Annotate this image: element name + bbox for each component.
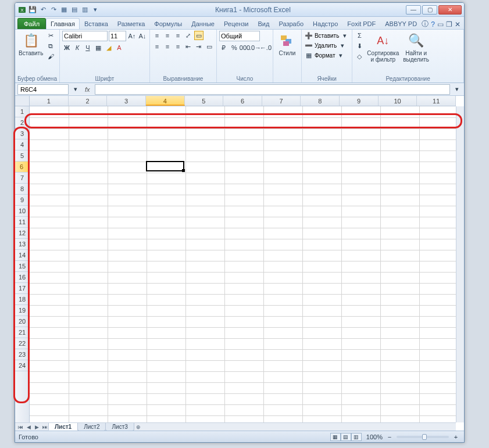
border-icon[interactable]: ▦ bbox=[94, 43, 103, 52]
ribbon-tab[interactable]: Вставка bbox=[80, 18, 113, 29]
decrease-decimal-icon[interactable]: ←.0 bbox=[261, 43, 270, 52]
zoom-level[interactable]: 100% bbox=[366, 433, 383, 440]
align-middle-icon[interactable]: ≡ bbox=[163, 31, 172, 40]
column-header[interactable]: 9 bbox=[340, 96, 379, 106]
row-header[interactable]: 11 bbox=[15, 217, 29, 228]
doc-close-icon[interactable]: ✕ bbox=[455, 20, 461, 28]
row-header[interactable]: 13 bbox=[15, 239, 29, 250]
row-header[interactable]: 21 bbox=[15, 327, 29, 338]
ribbon-tab[interactable]: Главная bbox=[46, 18, 80, 29]
column-header[interactable]: 1 bbox=[30, 96, 69, 106]
font-name-combo[interactable] bbox=[62, 31, 108, 41]
underline-icon[interactable]: Ч bbox=[83, 43, 92, 52]
row-header[interactable]: 20 bbox=[15, 316, 29, 327]
row-header[interactable]: 12 bbox=[15, 228, 29, 239]
decrease-font-icon[interactable]: A↓ bbox=[138, 31, 147, 41]
row-header[interactable]: 22 bbox=[15, 338, 29, 349]
minimize-button[interactable]: — bbox=[406, 5, 421, 15]
column-header[interactable]: 7 bbox=[262, 96, 301, 106]
row-header[interactable]: 7 bbox=[15, 173, 29, 184]
ribbon-tab[interactable]: Разрабо bbox=[274, 18, 308, 29]
row-header[interactable]: 3 bbox=[15, 128, 29, 139]
file-tab[interactable]: Файл bbox=[17, 18, 46, 29]
styles-button[interactable]: Стили bbox=[276, 31, 299, 58]
row-header[interactable]: 6 bbox=[15, 162, 29, 173]
row-header[interactable]: 5 bbox=[15, 150, 29, 162]
zoom-in-icon[interactable]: + bbox=[451, 432, 461, 442]
format-cells-button[interactable]: ▦Формат▾ bbox=[304, 51, 346, 60]
sheet-tab[interactable]: Лист1 bbox=[48, 423, 78, 431]
qat-icon[interactable]: ▤ bbox=[70, 5, 79, 15]
percent-icon[interactable]: % bbox=[230, 43, 239, 52]
row-header[interactable]: 1 bbox=[15, 106, 29, 117]
ribbon-tab[interactable]: Рецензи bbox=[219, 18, 254, 29]
row-header[interactable]: 16 bbox=[15, 272, 29, 283]
sort-filter-button[interactable]: A↓ Сортировка и фильтр bbox=[366, 31, 400, 64]
merge-icon[interactable]: ▭ bbox=[205, 42, 214, 51]
indent-increase-icon[interactable]: ⇥ bbox=[194, 42, 204, 51]
row-header[interactable]: 4 bbox=[15, 139, 29, 150]
italic-icon[interactable]: К bbox=[73, 43, 82, 52]
ribbon-tab[interactable]: ABBYY PD bbox=[380, 18, 422, 29]
orientation-icon[interactable]: ⤢ bbox=[184, 31, 193, 40]
redo-icon[interactable]: ↷ bbox=[49, 5, 58, 15]
namebox-dropdown-icon[interactable]: ▾ bbox=[71, 85, 80, 94]
row-header[interactable]: 23 bbox=[15, 349, 29, 360]
cell-grid[interactable] bbox=[30, 106, 456, 422]
row-header[interactable]: 10 bbox=[15, 206, 29, 217]
align-left-icon[interactable]: ≡ bbox=[152, 42, 162, 51]
align-top-icon[interactable]: ≡ bbox=[152, 31, 162, 40]
zoom-out-icon[interactable]: − bbox=[385, 432, 394, 442]
row-header[interactable]: 17 bbox=[15, 283, 29, 294]
format-painter-icon[interactable]: 🖌 bbox=[46, 52, 55, 61]
column-header[interactable]: 11 bbox=[417, 96, 456, 106]
formula-expand-icon[interactable]: ▾ bbox=[452, 85, 462, 94]
name-box[interactable]: R6C4 bbox=[17, 84, 69, 95]
row-header[interactable]: 9 bbox=[15, 195, 29, 206]
indent-decrease-icon[interactable]: ⇤ bbox=[184, 42, 193, 51]
new-sheet-icon[interactable]: ⊕ bbox=[134, 423, 142, 431]
ribbon-tab[interactable]: Надстро bbox=[308, 18, 342, 29]
help-icon[interactable]: ? bbox=[431, 20, 435, 28]
insert-cells-button[interactable]: ➕Вставить▾ bbox=[304, 31, 349, 40]
zoom-slider[interactable] bbox=[397, 436, 449, 438]
comma-icon[interactable]: 000 bbox=[240, 43, 249, 52]
clear-icon[interactable]: ◇ bbox=[355, 52, 364, 61]
column-header[interactable]: 4 bbox=[146, 96, 185, 106]
ribbon-tab[interactable]: Разметка bbox=[113, 18, 150, 29]
cut-icon[interactable]: ✂ bbox=[46, 31, 55, 40]
row-header[interactable]: 2 bbox=[15, 117, 29, 128]
column-header[interactable]: 10 bbox=[379, 96, 417, 106]
copy-icon[interactable]: ⧉ bbox=[46, 41, 55, 51]
column-header[interactable]: 6 bbox=[223, 96, 262, 106]
tab-nav-last-icon[interactable]: ⏭ bbox=[41, 423, 49, 431]
page-break-view-button[interactable]: ▥ bbox=[351, 433, 362, 441]
select-all-button[interactable] bbox=[15, 96, 30, 106]
row-header[interactable]: 15 bbox=[15, 261, 29, 272]
bold-icon[interactable]: Ж bbox=[62, 43, 72, 52]
save-icon[interactable]: 💾 bbox=[28, 5, 37, 15]
find-select-button[interactable]: 🔍 Найти и выделить bbox=[402, 31, 430, 64]
align-right-icon[interactable]: ≡ bbox=[173, 42, 183, 51]
ribbon-tab[interactable]: Foxit PDF bbox=[342, 18, 380, 29]
column-header[interactable]: 8 bbox=[301, 96, 340, 106]
horizontal-scrollbar[interactable] bbox=[142, 423, 456, 431]
delete-cells-button[interactable]: ➖Удалить▾ bbox=[304, 41, 347, 50]
close-button[interactable]: ✕ bbox=[438, 5, 462, 15]
sheet-tab[interactable]: Лист3 bbox=[105, 423, 134, 431]
qat-icon[interactable]: ▦ bbox=[59, 5, 69, 15]
tab-nav-next-icon[interactable]: ▶ bbox=[33, 423, 41, 431]
row-header[interactable]: 24 bbox=[15, 360, 29, 371]
align-bottom-icon[interactable]: ≡ bbox=[173, 31, 183, 40]
increase-font-icon[interactable]: A↑ bbox=[127, 31, 137, 41]
font-size-combo[interactable] bbox=[109, 31, 126, 41]
tab-nav-first-icon[interactable]: ⏮ bbox=[16, 423, 24, 431]
paste-button[interactable]: 📋 Вставить bbox=[17, 31, 44, 58]
ribbon-tab[interactable]: Данные bbox=[187, 18, 219, 29]
row-header[interactable]: 14 bbox=[15, 250, 29, 261]
tab-nav-prev-icon[interactable]: ◀ bbox=[24, 423, 33, 431]
currency-icon[interactable]: ₽ bbox=[219, 43, 229, 52]
column-header[interactable]: 3 bbox=[107, 96, 146, 106]
ribbon-minimize-icon[interactable]: ⓘ bbox=[422, 19, 429, 29]
ribbon-tab[interactable]: Формулы bbox=[149, 18, 187, 29]
